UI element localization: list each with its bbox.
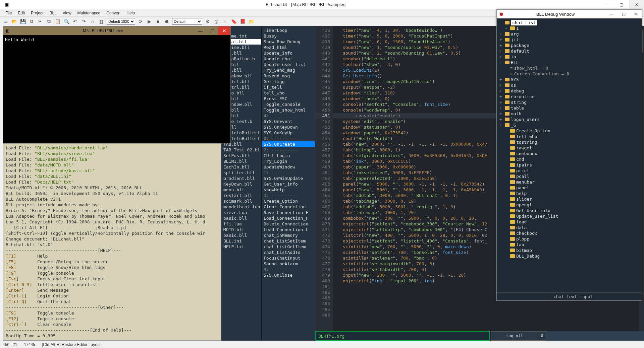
close-button[interactable]: ✕ — [629, 0, 644, 9]
func-item[interactable]: 3: ---------- — [262, 193, 315, 198]
run-icon[interactable]: ▶ — [146, 18, 153, 25]
refresh-icon[interactable]: ⟳ — [137, 18, 144, 25]
func-item[interactable]: Update_user_list — [262, 62, 315, 67]
func-item[interactable]: UpdateWindow — [262, 164, 315, 170]
file-item[interactable]: BLINI.bll — [221, 158, 261, 164]
open-icon[interactable]: 📂 — [11, 18, 17, 25]
saveall-icon[interactable]: ⧉ — [28, 18, 35, 25]
func-item[interactable]: SYS.OnCreate — [262, 141, 315, 147]
tree-node[interactable]: tostring — [498, 139, 642, 145]
func-item[interactable]: showHelp — [262, 187, 315, 193]
tree-node[interactable]: +SYS — [498, 77, 642, 82]
menu-edit[interactable]: Edit — [15, 10, 28, 16]
func-item[interactable]: Clear_Connection_ — [262, 204, 315, 210]
home-icon[interactable]: ⌂ — [89, 18, 96, 25]
tree-node[interactable]: ≡CurrentConnection = 0 — [498, 71, 642, 77]
folder-icon[interactable]: 📁 — [248, 18, 255, 25]
func-item[interactable]: Bussy — [262, 33, 315, 39]
tree-node[interactable]: Get_User_info — [498, 208, 642, 213]
paste-icon[interactable]: 📋 — [54, 18, 61, 25]
gear-icon[interactable]: ⚙ — [204, 18, 211, 25]
tree-node[interactable]: bitmap — [498, 248, 642, 253]
file-item[interactable]: mandelbrot.lua — [221, 204, 261, 210]
redo-icon[interactable]: ↷ — [80, 18, 87, 25]
bookmark-icon[interactable]: 🔖 — [230, 18, 237, 25]
tree-node[interactable]: +table — [498, 105, 642, 111]
debug-max-button[interactable]: ▢ — [618, 12, 630, 16]
func-item[interactable]: Update_info — [262, 50, 315, 56]
file-item[interactable]: HELP.txt — [221, 244, 261, 250]
tag-status[interactable]: tag off — [491, 331, 538, 341]
tree-node[interactable]: slider — [498, 196, 642, 202]
menu-convert[interactable]: Convert — [104, 10, 123, 16]
func-item[interactable]: Load_Connection_F — [262, 215, 315, 221]
tree-node[interactable]: +default — [498, 48, 642, 54]
tree-node[interactable]: checkbox — [498, 230, 642, 236]
tree-node[interactable]: +logon_users — [498, 117, 642, 122]
layout-select[interactable]: Default 1920 — [107, 18, 135, 25]
debug-close-button[interactable]: ✕ — [630, 12, 642, 16]
func-item[interactable]: SYS.OnEvent — [262, 119, 315, 124]
func-item[interactable]: Delete_Connection — [262, 221, 315, 227]
func-item[interactable]: 1: ---------- — [262, 170, 315, 176]
func-item[interactable]: chat_ListGetItem — [262, 244, 315, 250]
tree-node[interactable]: +coroutine — [498, 94, 642, 99]
func-item[interactable]: SYS.OnKeyUp — [262, 130, 315, 136]
tree-node[interactable]: +1 — [498, 25, 642, 31]
tree-node[interactable]: print — [498, 168, 642, 173]
tree-node[interactable]: +os — [498, 82, 642, 88]
file-item[interactable]: basic.bll — [221, 232, 261, 238]
menu-project[interactable]: Project — [28, 10, 46, 16]
debug-tree[interactable]: -chat_List+1+arg+jit+package+default+io-… — [497, 18, 642, 292]
cut-icon[interactable]: ✂ — [37, 18, 44, 25]
func-item[interactable]: Get_tagg — [262, 79, 315, 84]
console-min-button[interactable]: — — [194, 26, 206, 35]
file-item[interactable]: EachIn.bll — [221, 164, 261, 170]
split-icon[interactable]: ▥ — [98, 18, 105, 25]
func-item[interactable]: Press_ESC — [262, 96, 315, 101]
tree-node[interactable]: -chat_List — [498, 20, 642, 25]
tree-node[interactable]: cmd — [498, 156, 642, 162]
save-icon[interactable]: 💾 — [19, 18, 26, 25]
tree-node[interactable]: pcall — [498, 173, 642, 179]
func-item[interactable]: Toggle_show_html — [262, 107, 315, 113]
menu-file[interactable]: File — [3, 10, 14, 16]
func-item[interactable]: if_tell — [262, 84, 315, 90]
tree-node[interactable]: plopp — [498, 236, 642, 242]
tree-node[interactable]: help — [498, 191, 642, 196]
func-item[interactable]: Show_Raw_Debug — [262, 39, 315, 45]
func-item[interactable]: Update_chat — [262, 56, 315, 62]
tree-node[interactable]: +debug — [498, 88, 642, 94]
func-item[interactable]: TimerLoop — [262, 27, 315, 33]
func-item[interactable]: Read_html — [262, 45, 315, 50]
tree-node[interactable]: rawget — [498, 145, 642, 151]
func-item[interactable]: Get_User_info — [262, 181, 315, 187]
tree-node[interactable]: data — [498, 225, 642, 230]
func-item[interactable]: Toggle_console — [262, 101, 315, 107]
tree-node[interactable]: +arg — [498, 31, 642, 37]
undo-icon[interactable]: ↶ — [72, 18, 78, 25]
tree-node[interactable]: opengl — [498, 202, 642, 208]
func-item[interactable]: 4: ---------- — [262, 113, 315, 119]
func-item[interactable]: 9: ---------- — [262, 267, 315, 272]
file-item[interactable]: TAB Test 02.bl — [221, 147, 261, 153]
menu-view[interactable]: View — [60, 10, 74, 16]
file-item[interactable]: scimark.bll — [221, 198, 261, 204]
func-item[interactable]: chat_ListSetItem — [262, 238, 315, 244]
console-close-button[interactable]: ✕ — [218, 26, 230, 35]
debug-min-button[interactable]: — — [605, 12, 618, 16]
tree-node[interactable]: ipairs — [498, 162, 642, 168]
tree-node[interactable]: +string — [498, 99, 642, 105]
home2-icon[interactable]: ⌂ — [222, 18, 228, 25]
func-item[interactable]: chat_ListAddTo — [262, 250, 315, 255]
tree-node[interactable]: menubar — [498, 179, 642, 185]
func-item[interactable]: tell_who — [262, 90, 315, 96]
func-item[interactable]: SYS.OnWinUpdate — [262, 176, 315, 181]
tree-node[interactable]: -BLL — [498, 60, 642, 65]
menu-maintenance[interactable]: Maintenance — [75, 10, 103, 16]
tree-node[interactable]: +io — [498, 54, 642, 60]
target-icon[interactable]: ◎ — [213, 18, 220, 25]
file-item[interactable]: menu.bll — [221, 187, 261, 193]
func-item[interactable]: chat_inMemory — [262, 232, 315, 238]
func-item[interactable]: FocusChatInput — [262, 255, 315, 261]
